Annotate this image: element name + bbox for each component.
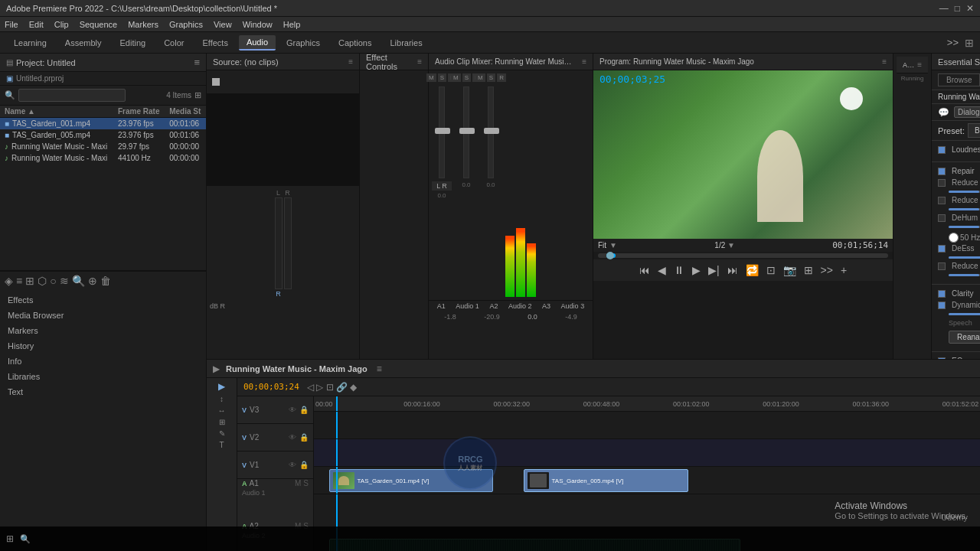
es-tab-browse[interactable]: Browse	[938, 73, 980, 86]
dynamics-slider[interactable]	[949, 313, 980, 315]
go-to-in-icon[interactable]: ⏮	[638, 262, 652, 278]
menu-sequence[interactable]: Sequence	[80, 20, 118, 29]
dynamics-checkbox[interactable]	[938, 302, 946, 309]
tl-snap[interactable]: ⊡	[326, 382, 334, 393]
a1-mute-icon[interactable]: M	[295, 479, 301, 487]
atm-menu-icon[interactable]: ≡	[917, 60, 922, 69]
source-close-icon[interactable]: ≡	[348, 57, 353, 66]
tab-captions[interactable]: Captions	[331, 36, 379, 50]
nav-effects[interactable]: Effects	[0, 293, 206, 307]
safe-margins-icon[interactable]: ⊡	[765, 262, 777, 278]
menu-help[interactable]: Help	[283, 20, 301, 29]
tl-tool-5[interactable]: ✎	[219, 429, 225, 438]
new-item-icon[interactable]: ⊕	[88, 275, 97, 287]
more-tabs-button[interactable]: >>	[947, 37, 959, 48]
source-stop-icon[interactable]: ⏹	[210, 75, 222, 89]
tl-tool-6[interactable]: T	[219, 441, 224, 449]
tab-effects[interactable]: Effects	[194, 36, 235, 50]
taskbar-search[interactable]: 🔍	[20, 534, 31, 544]
table-row[interactable]: ■TAS_Garden_001.mp4 23.976 fps00:01:06	[0, 118, 206, 130]
sort-icon[interactable]: ○	[50, 275, 56, 287]
timecode-ruler[interactable]: 00:00 00:00:16:00 00:00:32:00 00:00:48:0…	[314, 396, 980, 412]
step-forward-icon[interactable]: ▶|	[707, 262, 721, 278]
pause-icon[interactable]: ⏸	[672, 262, 686, 278]
source-panel-tab[interactable]: Source: (no clips) ≡	[207, 54, 359, 70]
channel-value-1[interactable]: L R	[432, 181, 452, 191]
es-preset-select[interactable]: Balanced Female Voice	[968, 123, 980, 138]
es-panel-tab[interactable]: Essential Sound ≡	[932, 54, 980, 70]
solo-btn-3[interactable]: S	[487, 73, 495, 82]
tl-mark-in[interactable]: ◁	[307, 382, 314, 393]
menu-edit[interactable]: Edit	[29, 20, 44, 29]
reduce-noise-slider[interactable]	[949, 191, 980, 193]
tl-add-markers[interactable]: ◆	[350, 382, 357, 393]
tl-tool-4[interactable]: ⊞	[219, 418, 225, 426]
atm-tab[interactable]: Audio Track Mixer: Running ≡	[897, 57, 928, 73]
list-view-icon[interactable]: ≡	[16, 275, 22, 287]
tl-linked[interactable]: 🔗	[336, 382, 348, 393]
clip-tas-garden-001[interactable]: TAS_Garden_001.mp4 [V]	[329, 469, 494, 492]
find-icon[interactable]: 🔍	[72, 275, 85, 287]
clarity-checkbox[interactable]	[938, 290, 946, 298]
scrubber-head[interactable]	[606, 252, 614, 259]
mute-btn-3[interactable]: M	[475, 73, 485, 82]
reduce-rumble-slider[interactable]	[949, 208, 980, 210]
menu-view[interactable]: View	[214, 20, 232, 29]
prog-menu-icon[interactable]: ≡	[882, 57, 887, 66]
a1-solo-icon[interactable]: S	[303, 479, 309, 487]
track-v2-content[interactable]	[314, 439, 980, 467]
project-menu-icon[interactable]: ≡	[194, 57, 200, 68]
new-bin-icon[interactable]: ◈	[5, 275, 13, 287]
tl-mark-out[interactable]: ▷	[316, 382, 323, 393]
nav-markers[interactable]: Markers	[0, 324, 206, 337]
acm-menu-icon[interactable]: ≡	[582, 57, 586, 66]
acm-tab[interactable]: Audio Clip Mixer: Running Water Music - …	[429, 54, 593, 70]
mute-btn-2[interactable]: M	[451, 73, 461, 82]
timeline-menu-icon[interactable]: ▶	[213, 364, 220, 374]
nav-media-browser[interactable]: Media Browser	[0, 308, 206, 322]
tab-color[interactable]: Color	[156, 36, 191, 50]
timeline-seq-menu[interactable]: ≡	[377, 364, 382, 374]
reduce-rumble-checkbox[interactable]	[938, 197, 946, 204]
tl-tool-3[interactable]: ↔	[218, 406, 226, 415]
reanalyze-button[interactable]: Reanalyze	[949, 331, 980, 344]
v2-toggle-icon[interactable]: 👁	[289, 433, 296, 442]
quality-dropdown-icon[interactable]: ▼	[727, 241, 735, 249]
tl-tool-2[interactable]: ↕	[220, 395, 224, 403]
table-row[interactable]: ♪Running Water Music - Maxi 44100 Hz00:0…	[0, 152, 206, 164]
free-form-icon[interactable]: ⬡	[38, 275, 47, 287]
tab-libraries[interactable]: Libraries	[382, 36, 430, 50]
close-button[interactable]: ✕	[966, 3, 974, 14]
menu-graphics[interactable]: Graphics	[169, 20, 203, 29]
tab-assembly[interactable]: Assembly	[57, 36, 109, 50]
delete-icon[interactable]: 🗑	[100, 275, 111, 287]
repair-checkbox[interactable]	[938, 168, 946, 175]
fader-thumb-3[interactable]	[484, 128, 499, 134]
loudness-checkbox[interactable]	[938, 146, 946, 154]
tab-audio[interactable]: Audio	[239, 35, 276, 51]
tab-learning[interactable]: Learning	[6, 36, 54, 50]
dehum-slider[interactable]	[949, 226, 980, 228]
program-panel-tab[interactable]: Program: Running Water Music - Maxim Jag…	[593, 54, 893, 70]
deess-checkbox[interactable]	[938, 245, 946, 253]
go-to-out-icon[interactable]: ⏭	[726, 262, 740, 278]
more-controls-icon[interactable]: >>	[819, 262, 835, 278]
reduce-noise-checkbox[interactable]	[938, 179, 946, 187]
dehum-checkbox[interactable]	[938, 214, 946, 222]
automate-icon[interactable]: ≋	[60, 275, 69, 287]
nav-info[interactable]: Info	[0, 354, 206, 368]
solo-btn[interactable]: S	[438, 73, 446, 82]
50hz-radio[interactable]	[949, 233, 959, 243]
nav-text[interactable]: Text	[0, 385, 206, 399]
mute-btn[interactable]: M	[426, 73, 436, 82]
fader-thumb-2[interactable]	[459, 128, 475, 134]
icon-view-icon[interactable]: ⊞	[25, 275, 34, 287]
fader-thumb-1[interactable]	[435, 128, 450, 134]
tab-graphics[interactable]: Graphics	[279, 36, 328, 50]
export-frame-icon[interactable]: 📷	[782, 262, 798, 278]
eq-checkbox[interactable]	[938, 357, 946, 360]
project-view-icon[interactable]: ⊞	[194, 90, 201, 100]
playhead-marker[interactable]	[336, 396, 338, 411]
50hz-label[interactable]: 50 Hz	[949, 233, 980, 243]
project-search-input[interactable]	[18, 89, 126, 102]
